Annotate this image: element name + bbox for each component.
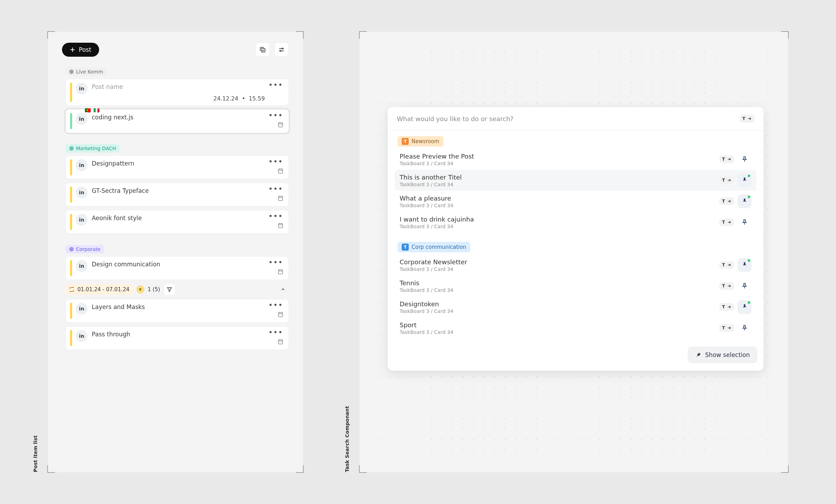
- svg-point-1: [282, 48, 283, 49]
- group-corporate: CorporateinDesign communication•••01.01.…: [62, 245, 289, 350]
- calendar-icon[interactable]: [277, 121, 284, 129]
- search-input[interactable]: What would you like to do or search?: [397, 115, 513, 122]
- pin-button[interactable]: [738, 152, 752, 166]
- crop-mark: [359, 31, 367, 39]
- pin-button[interactable]: [738, 321, 752, 335]
- status-stripe: [70, 187, 72, 203]
- linkedin-icon: in: [76, 330, 88, 342]
- shortcut-badge[interactable]: T: [719, 197, 734, 205]
- group-marketing_dach: Marketing DACHinDesignpattern•••inGT-Sec…: [62, 144, 289, 234]
- shortcut-badge[interactable]: T: [719, 218, 734, 226]
- result-title: Corporate Newsletter: [400, 258, 719, 266]
- post-card[interactable]: inGT-Sectra Typeface•••: [65, 183, 289, 206]
- status-stripe: [70, 330, 72, 346]
- result-subtitle: TaskBoard 3 / Card 34: [400, 266, 719, 272]
- post-title: Layers and Masks: [92, 303, 265, 310]
- section-tag[interactable]: TCorp communication: [398, 242, 470, 252]
- group-tag[interactable]: Live Komm: [65, 68, 106, 76]
- interval-bar: 01.01.24 - 07.01.24¤1 (5): [65, 284, 289, 295]
- pin-button[interactable]: [738, 279, 752, 293]
- calendar-icon[interactable]: [277, 195, 284, 203]
- crop-mark: [47, 31, 55, 39]
- search-result-row[interactable]: Please Preview the PostTaskBoard 3 / Car…: [395, 149, 756, 170]
- more-icon[interactable]: •••: [268, 303, 284, 308]
- shortcut-badge[interactable]: T: [719, 282, 734, 290]
- calendar-icon[interactable]: [277, 222, 284, 230]
- post-card[interactable]: inAeonik font style•••: [65, 210, 289, 234]
- shortcut-badge[interactable]: T: [719, 155, 734, 163]
- interval-count: 1 (5): [148, 286, 160, 293]
- section-tag[interactable]: TNewsroom: [398, 136, 443, 147]
- add-post-label: Post: [79, 46, 91, 53]
- calendar-icon[interactable]: [277, 338, 284, 346]
- post-card[interactable]: inPost name24.12.24 • 15.59•••: [65, 79, 289, 106]
- shortcut-badge: T: [740, 115, 754, 122]
- post-card[interactable]: inDesign communication•••: [65, 256, 289, 280]
- post-card[interactable]: inPass through•••: [65, 326, 289, 350]
- status-stripe: [70, 159, 72, 175]
- status-stripe: [70, 214, 72, 230]
- result-title: Tennis: [400, 279, 719, 287]
- result-subtitle: TaskBoard 3 / Card 34: [400, 203, 719, 208]
- post-title: Aeonik font style: [92, 215, 265, 222]
- shortcut-badge[interactable]: T: [719, 303, 734, 311]
- search-result-row[interactable]: SportTaskBoard 3 / Card 34T: [395, 317, 756, 338]
- pin-button[interactable]: [738, 215, 752, 229]
- more-icon[interactable]: •••: [268, 214, 284, 219]
- post-title: Design communication: [92, 261, 265, 268]
- calendar-icon[interactable]: [277, 311, 284, 319]
- status-dot: [748, 301, 750, 304]
- post-title: Post name: [92, 83, 265, 90]
- svg-rect-6: [278, 123, 283, 127]
- post-card[interactable]: inDesignpattern•••: [65, 155, 289, 179]
- post-card[interactable]: inLayers and Masks•••: [65, 299, 289, 323]
- search-result-row[interactable]: What a pleasureTaskBoard 3 / Card 34T: [395, 191, 756, 212]
- search-result-row[interactable]: I want to drink cajuinhaTaskBoard 3 / Ca…: [395, 212, 756, 233]
- linkedin-icon: in: [76, 113, 88, 125]
- more-icon[interactable]: •••: [268, 330, 284, 335]
- shortcut-badge[interactable]: T: [719, 324, 734, 332]
- calendar-icon[interactable]: [277, 168, 284, 175]
- shortcut-badge[interactable]: T: [719, 176, 734, 184]
- search-result-row[interactable]: Corporate NewsletterTaskBoard 3 / Card 3…: [395, 254, 756, 275]
- search-result-row[interactable]: This is another TitelTaskBoard 3 / Card …: [395, 170, 756, 191]
- filter-button[interactable]: [164, 284, 175, 295]
- calendar-icon[interactable]: [277, 268, 284, 276]
- pin-button[interactable]: [738, 258, 752, 272]
- result-title: What a pleasure: [400, 195, 719, 202]
- more-icon[interactable]: •••: [268, 83, 284, 88]
- group-label: Marketing DACH: [76, 146, 116, 151]
- group-tag[interactable]: Corporate: [65, 245, 104, 253]
- group-live_komm: Live KomminPost name24.12.24 • 15.59•••i…: [62, 68, 289, 133]
- pin-icon: [695, 352, 702, 358]
- more-icon[interactable]: •••: [268, 113, 284, 118]
- svg-rect-16: [278, 270, 283, 274]
- result-subtitle: TaskBoard 3 / Card 34: [400, 287, 719, 293]
- settings-button[interactable]: [274, 42, 289, 57]
- pin-button[interactable]: [738, 300, 752, 314]
- flag-icons: 🇵🇹 🇮🇹: [85, 107, 100, 113]
- pin-button[interactable]: [738, 194, 752, 208]
- collapse-button[interactable]: [277, 284, 289, 295]
- crop-mark: [781, 465, 789, 473]
- show-selection-button[interactable]: Show selection: [688, 347, 757, 363]
- search-result-row[interactable]: DesigntokenTaskBoard 3 / Card 34T: [395, 296, 756, 317]
- date-range-chip[interactable]: 01.01.24 - 07.01.24: [65, 284, 133, 295]
- more-icon[interactable]: •••: [268, 260, 284, 265]
- sliders-icon: [278, 46, 285, 53]
- post-card[interactable]: in🇵🇹 🇮🇹coding next.js•••: [65, 109, 289, 133]
- svg-rect-18: [278, 340, 283, 344]
- svg-point-9: [71, 148, 72, 149]
- shortcut-badge[interactable]: T: [719, 261, 734, 269]
- search-result-row[interactable]: TennisTaskBoard 3 / Card 34T: [395, 275, 756, 296]
- group-tag[interactable]: Marketing DACH: [65, 144, 119, 153]
- result-title: Sport: [400, 321, 719, 329]
- more-icon[interactable]: •••: [268, 187, 284, 191]
- add-post-button[interactable]: Post: [62, 43, 99, 57]
- pin-button[interactable]: [738, 173, 752, 187]
- more-icon[interactable]: •••: [268, 159, 284, 164]
- result-subtitle: TaskBoard 3 / Card 34: [400, 308, 719, 314]
- copy-check-button[interactable]: [255, 42, 270, 57]
- section-label: Corp communication: [412, 244, 466, 250]
- search-card: What would you like to do or search? T T…: [388, 107, 764, 371]
